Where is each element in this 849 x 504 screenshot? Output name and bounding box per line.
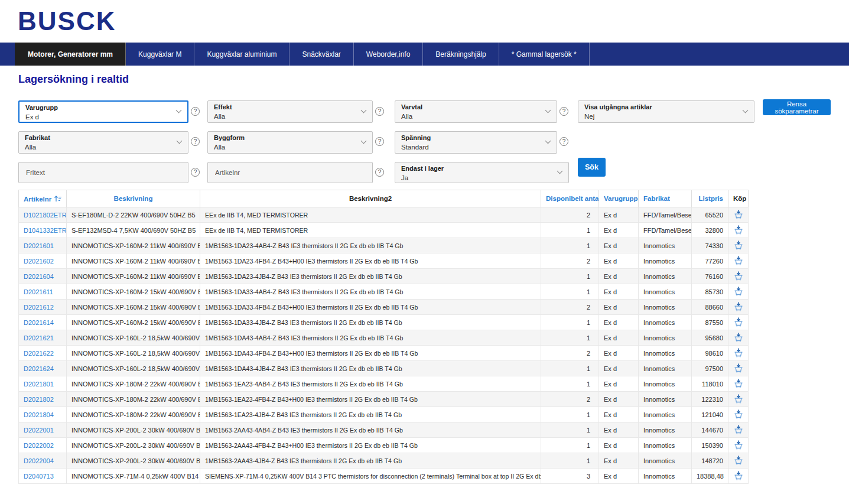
effekt-help-icon[interactable]: ? [375,107,384,116]
chevron-down-icon [545,108,551,113]
clear-search-button[interactable]: Rensa sökparametrar [763,99,831,115]
listpris-cell: 122310 [692,392,728,407]
nav-tab[interactable]: Kuggväxlar M [126,43,194,66]
varvtal-help-icon[interactable]: ? [560,107,568,116]
varugrupp-cell: Ex d [599,300,639,315]
artikelnr-link[interactable]: D2021804 [24,411,54,418]
artikelnr-link[interactable]: D2021602 [24,258,54,265]
artikelnr-input[interactable] [214,168,366,177]
artikelnr-help-icon[interactable]: ? [375,168,384,177]
byggform-help-icon[interactable]: ? [375,137,384,146]
table-row: D2021621 INNOMOTICS-XP-160L-2 18,5kW 400… [19,330,749,346]
search-button[interactable]: Sök [578,158,606,177]
nav-tab[interactable]: Motorer, Generatorer mm [15,43,126,66]
artikelnr-link[interactable]: D2021622 [24,350,54,357]
beskrivning2-cell: 1MB1563-1EA23-4AB4-Z B43 IE3 thermistors… [200,376,541,392]
add-to-cart-icon[interactable] [733,363,744,373]
header-artikelnr[interactable]: Artikelnr [19,190,67,207]
fabrikat-cell: Innomotics [639,392,692,407]
nav-tab[interactable]: Beräkningshjälp [423,43,499,66]
add-to-cart-icon[interactable] [733,425,744,434]
effekt-select[interactable]: Effekt Alla [207,100,373,123]
add-to-cart-icon[interactable] [733,456,744,465]
fritext-help-icon[interactable]: ? [191,168,200,177]
header-beskrivning[interactable]: Beskrivning [67,190,200,207]
listpris-cell: 18388,48 [692,469,728,484]
artikelnr-link[interactable]: D1021802ETR [24,212,67,219]
listpris-cell: 87550 [692,315,728,330]
nav-tab[interactable]: Kuggväxlar aluminium [194,43,289,66]
add-to-cart-icon[interactable] [733,409,744,419]
nav-tab[interactable]: * Gammal lagersök * [499,43,590,66]
beskrivning-cell: INNOMOTICS-XP-160M-2 11kW 400/690V B3 [67,238,200,253]
artikelnr-link[interactable]: D1041332ETR [24,227,67,234]
varugrupp-select[interactable]: Varugrupp Ex d [18,100,188,123]
fabrikat-cell: FFD/Tamel/Besel [639,207,692,223]
artikelnr-link[interactable]: D2021802 [24,396,54,403]
add-to-cart-icon[interactable] [733,225,744,235]
artikelnr-link[interactable]: D2021612 [24,304,54,311]
fabrikat-cell: Innomotics [639,253,692,269]
artikelnr-link[interactable]: D2021614 [24,319,54,326]
listpris-cell: 98610 [692,346,728,361]
nav-tab[interactable]: Snäckväxlar [289,43,353,66]
header-fabrikat[interactable]: Fabrikat [639,190,692,207]
header-disponibelt-antal[interactable]: Disponibelt antal [541,190,599,207]
table-row: D2021801 INNOMOTICS-XP-180M-2 22kW 400/6… [19,376,749,392]
table-row: D2022001 INNOMOTICS-XP-200L-2 30kW 400/6… [19,422,749,438]
header-varugrupp[interactable]: Varugrupp [599,190,639,207]
listpris-cell: 150390 [692,438,728,453]
add-to-cart-icon[interactable] [733,256,744,265]
fabrikat-select[interactable]: Fabrikat Alla [18,131,188,154]
varugrupp-cell: Ex d [599,453,639,469]
artikelnr-link[interactable]: D2021604 [24,273,54,280]
add-to-cart-icon[interactable] [733,287,744,296]
antal-cell: 1 [541,223,599,238]
add-to-cart-icon[interactable] [733,302,744,311]
spanning-select[interactable]: Spänning Standard [395,131,557,154]
spanning-help-icon[interactable]: ? [560,137,568,146]
nav-tab[interactable]: Weborder,info [354,43,424,66]
artikelnr-link[interactable]: D2022001 [24,427,54,434]
table-row: D2022002 INNOMOTICS-XP-200L-2 30kW 400/6… [19,438,749,453]
artikelnr-link[interactable]: D2022004 [24,457,54,464]
busck-logo: BUSCK [18,8,116,34]
add-to-cart-icon[interactable] [733,333,744,342]
varugrupp-help-icon[interactable]: ? [191,107,200,116]
varugrupp-cell: Ex d [599,422,639,438]
add-to-cart-icon[interactable] [733,210,744,219]
artikelnr-link[interactable]: D2040713 [24,473,54,480]
varvtal-select[interactable]: Varvtal Alla [395,100,557,123]
visa-utgangna-select[interactable]: Visa utgångna artiklar Nej [578,100,754,123]
beskrivning-cell: INNOMOTICS-XP-200L-2 30kW 400/690V B35 [67,453,200,469]
artikelnr-link[interactable]: D2021601 [24,242,54,249]
listpris-cell: 85730 [692,284,728,300]
fabrikat-cell: Innomotics [639,346,692,361]
fabrikat-cell: Innomotics [639,453,692,469]
add-to-cart-icon[interactable] [733,240,744,250]
fabrikat-cell: FFD/Tamel/Besel [639,223,692,238]
endast-i-lager-select[interactable]: Endast i lager Ja [395,162,569,183]
beskrivning-cell: INNOMOTICS-XP-160L-2 18,5kW 400/690V B5 [67,346,200,361]
varugrupp-cell: Ex d [599,223,639,238]
byggform-select[interactable]: Byggform Alla [207,131,373,154]
beskrivning2-cell: 1MB1563-2AA43-4FB4-Z B43+H00 IE3 thermis… [200,438,541,453]
add-to-cart-icon[interactable] [733,348,744,357]
artikelnr-link[interactable]: D2022002 [24,442,54,449]
artikelnr-link[interactable]: D2021621 [24,334,54,342]
add-to-cart-icon[interactable] [733,317,744,327]
add-to-cart-icon[interactable] [733,379,744,388]
add-to-cart-icon[interactable] [733,271,744,281]
header-listpris[interactable]: Listpris [692,190,728,207]
fabrikat-help-icon[interactable]: ? [191,137,200,146]
add-to-cart-icon[interactable] [733,394,744,404]
beskrivning2-cell: 1MB1563-1EA23-4FB4-Z B43+H00 IE3 thermis… [200,392,541,407]
artikelnr-link[interactable]: D2021611 [24,288,53,295]
add-to-cart-icon[interactable] [733,471,744,480]
artikelnr-link[interactable]: D2021801 [24,381,54,388]
add-to-cart-icon[interactable] [733,440,744,450]
fritext-input[interactable] [25,168,182,177]
fabrikat-cell: Innomotics [639,376,692,392]
artikelnr-link[interactable]: D2021624 [24,365,54,372]
chevron-down-icon [361,108,367,113]
